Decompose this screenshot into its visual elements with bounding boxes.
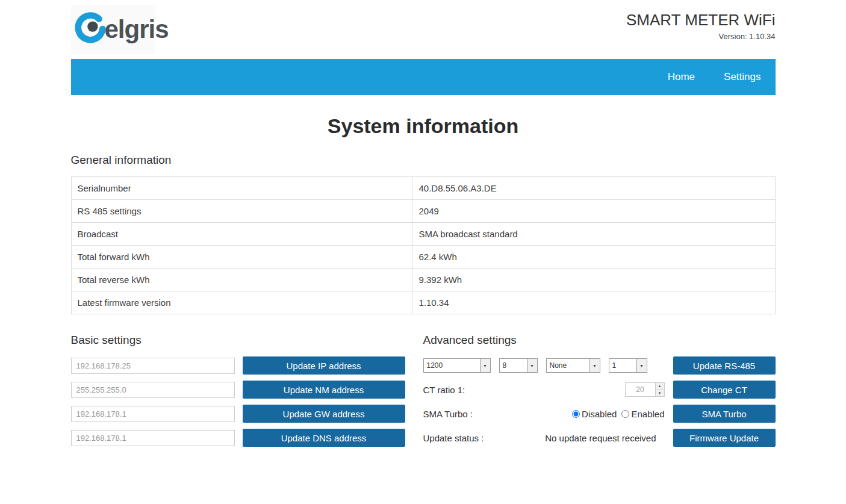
row-value: SMA broadcast standard (412, 223, 775, 246)
sma-turbo-enabled-radio[interactable]: Enabled (621, 409, 664, 419)
sma-turbo-label: SMA Turbo : (423, 409, 473, 419)
app-version: Version: 1.10.34 (626, 32, 775, 41)
chevron-down-icon: ▼ (527, 359, 537, 372)
parity-select[interactable]: None ▼ (546, 358, 600, 373)
chevron-down-icon: ▼ (636, 359, 647, 372)
chevron-down-icon: ▼ (480, 359, 490, 372)
update-ip-button[interactable]: Update IP address (243, 356, 405, 375)
update-dns-button[interactable]: Update DNS address (243, 429, 405, 447)
table-row: Total forward kWh 62.4 kWh (71, 246, 775, 269)
update-status-label: Update status : (423, 433, 484, 443)
page-title: System information (71, 114, 776, 138)
app-title: SMART METER WiFi (626, 11, 775, 30)
table-row: Serialnumber 40.D8.55.06.A3.DE (71, 177, 775, 200)
elgris-logo-icon (73, 11, 108, 48)
update-gw-button[interactable]: Update GW address (243, 405, 405, 423)
stepper-up-icon[interactable]: ▲ (656, 383, 664, 390)
ct-ratio-stepper[interactable]: 20 ▲ ▼ (625, 382, 665, 397)
table-row: Total reverse kWh 9.392 kWh (71, 269, 775, 291)
row-label: Serialnumber (71, 177, 412, 200)
baud-rate-select[interactable]: 1200 ▼ (423, 358, 491, 373)
update-rs485-button[interactable]: Update RS-485 (673, 356, 776, 375)
change-ct-button[interactable]: Change CT (673, 381, 776, 399)
nav-item-home[interactable]: Home (653, 59, 709, 95)
logo-text: elgris (105, 15, 169, 44)
row-label: Latest firmware version (71, 291, 412, 314)
basic-settings-heading: Basic settings (71, 334, 405, 347)
general-info-table: Serialnumber 40.D8.55.06.A3.DE RS 485 se… (71, 176, 776, 314)
sma-turbo-button[interactable]: SMA Turbo (673, 405, 776, 423)
data-bits-select[interactable]: 8 ▼ (499, 358, 538, 373)
gateway-input[interactable] (71, 406, 235, 422)
row-value: 40.D8.55.06.A3.DE (412, 177, 775, 200)
row-label: Broadcast (71, 223, 412, 246)
ct-ratio-label: CT ratio 1: (423, 385, 465, 395)
advanced-settings-heading: Advanced settings (423, 334, 776, 347)
update-nm-button[interactable]: Update NM address (243, 381, 405, 399)
stop-bits-select[interactable]: 1 ▼ (609, 358, 647, 373)
table-row: RS 485 settings 2049 (71, 200, 775, 223)
logo: elgris (71, 5, 155, 54)
ip-address-input[interactable] (71, 358, 235, 374)
nav-item-settings[interactable]: Settings (709, 59, 775, 95)
chevron-down-icon: ▼ (589, 359, 600, 372)
update-status-value: No update request received (545, 433, 656, 443)
row-label: RS 485 settings (71, 200, 412, 223)
dns-input[interactable] (71, 430, 235, 446)
sma-turbo-disabled-radio[interactable]: Disabled (572, 409, 617, 419)
row-value: 2049 (412, 200, 775, 223)
firmware-update-button[interactable]: Firmware Update (673, 429, 776, 447)
general-info-heading: General information (71, 154, 776, 167)
table-row: Broadcast SMA broadcast standard (71, 223, 775, 246)
page-header: elgris SMART METER WiFi Version: 1.10.34 (71, 0, 776, 59)
row-label: Total forward kWh (71, 246, 412, 269)
row-value: 62.4 kWh (412, 246, 775, 269)
row-value: 1.10.34 (412, 291, 775, 314)
table-row: Latest firmware version 1.10.34 (71, 291, 775, 314)
row-label: Total reverse kWh (71, 269, 412, 291)
netmask-input[interactable] (71, 382, 235, 398)
row-value: 9.392 kWh (412, 269, 775, 291)
navbar: Home Settings (71, 59, 776, 95)
stepper-down-icon[interactable]: ▼ (656, 390, 664, 397)
